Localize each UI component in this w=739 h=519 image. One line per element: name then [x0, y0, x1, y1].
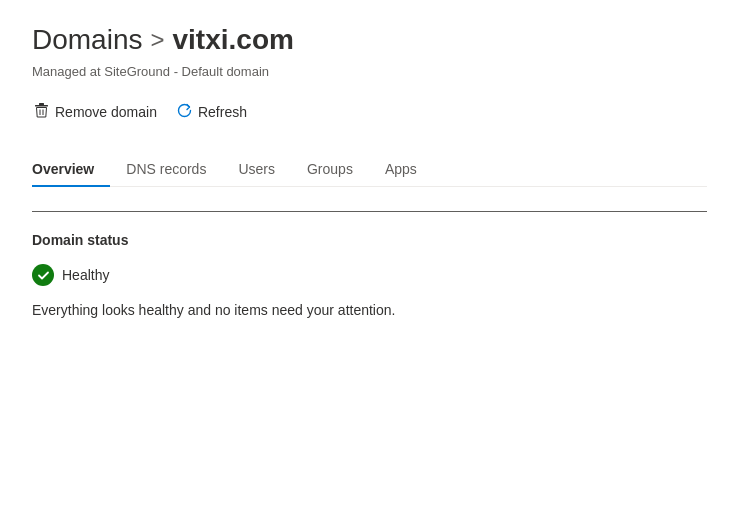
subtitle: Managed at SiteGround - Default domain: [32, 64, 707, 79]
breadcrumb-current: vitxi.com: [173, 24, 294, 56]
trash-icon: [34, 103, 49, 121]
remove-domain-button[interactable]: Remove domain: [32, 99, 159, 125]
tab-groups[interactable]: Groups: [291, 153, 369, 187]
status-description: Everything looks healthy and no items ne…: [32, 302, 707, 318]
section-divider: [32, 211, 707, 212]
tab-apps[interactable]: Apps: [369, 153, 433, 187]
svg-rect-1: [35, 105, 48, 107]
toolbar: Remove domain Refresh: [32, 99, 707, 125]
refresh-icon: [177, 103, 192, 121]
remove-domain-label: Remove domain: [55, 104, 157, 120]
tabs-container: Overview DNS records Users Groups Apps: [32, 153, 707, 187]
healthy-icon: [32, 264, 54, 286]
domain-status-title: Domain status: [32, 232, 707, 248]
tab-overview[interactable]: Overview: [32, 153, 110, 187]
breadcrumb-separator: >: [150, 26, 164, 54]
tab-dns-records[interactable]: DNS records: [110, 153, 222, 187]
tab-users[interactable]: Users: [222, 153, 291, 187]
breadcrumb-parent[interactable]: Domains: [32, 24, 142, 56]
status-label: Healthy: [62, 267, 109, 283]
status-row: Healthy: [32, 264, 707, 286]
refresh-button[interactable]: Refresh: [175, 99, 249, 125]
refresh-label: Refresh: [198, 104, 247, 120]
breadcrumb: Domains > vitxi.com: [32, 24, 707, 56]
svg-rect-0: [39, 103, 44, 105]
